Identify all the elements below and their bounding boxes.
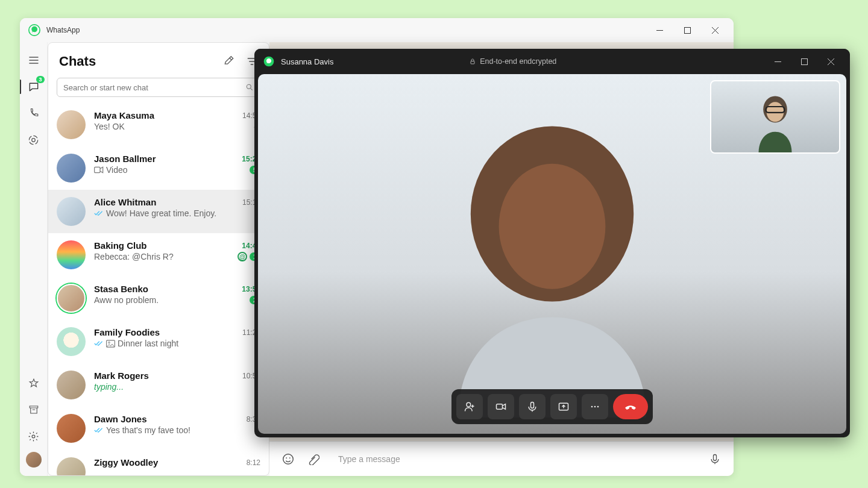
call-close-button[interactable] [817, 52, 844, 70]
chat-item[interactable]: Baking Club14:49Rebecca: @Chris R?@1 [48, 233, 269, 277]
minimize-button[interactable] [646, 18, 673, 42]
call-maximize-button[interactable] [791, 52, 817, 70]
chat-item[interactable]: Family Foodies11:23Dinner last night [48, 320, 269, 363]
toggle-camera-button[interactable] [488, 394, 514, 419]
svg-point-26 [594, 406, 596, 408]
chat-name: Jason Ballmer [94, 154, 242, 164]
remote-person [395, 104, 709, 418]
nav-archive[interactable] [23, 399, 45, 421]
svg-point-17 [499, 164, 606, 289]
nav-status[interactable] [23, 129, 45, 151]
search-input[interactable] [63, 83, 245, 92]
chat-preview: Rebecca: @Chris R? [94, 252, 235, 261]
app-name: WhatsApp [46, 26, 80, 34]
more-options-button[interactable] [582, 394, 608, 419]
close-button[interactable] [701, 18, 729, 42]
chat-name: Stasa Benko [94, 284, 242, 294]
new-chat-button[interactable] [223, 55, 235, 67]
svg-point-21 [467, 402, 471, 407]
svg-point-5 [247, 84, 251, 89]
svg-point-11 [289, 457, 291, 458]
chat-avatar [57, 371, 86, 399]
local-video-pip[interactable] [710, 80, 840, 154]
nav-calls[interactable] [23, 102, 45, 124]
nav-chats[interactable]: 3 [23, 76, 45, 98]
mention-badge: @ [237, 252, 247, 261]
svg-point-8 [108, 342, 110, 343]
svg-point-25 [591, 406, 593, 408]
read-ticks-icon [94, 210, 104, 217]
svg-rect-6 [95, 167, 100, 172]
svg-rect-23 [531, 402, 534, 408]
chat-list[interactable]: Maya Kasuma14:57Yes! OKJason Ballmer15:2… [48, 103, 269, 475]
read-ticks-icon [94, 340, 104, 347]
chat-list-header: Chats [48, 43, 269, 75]
chat-item[interactable]: Mark Rogers10:58typing... [48, 363, 269, 407]
chat-name: Ziggy Woodley [94, 457, 247, 468]
nav-starred[interactable] [23, 372, 45, 394]
call-minimize-button[interactable] [764, 52, 791, 70]
compose-bar: Type a message [269, 441, 734, 476]
chat-preview: Yes that's my fave too! [106, 425, 260, 435]
video-icon [94, 166, 104, 174]
chat-preview: Yes! OK [94, 122, 251, 131]
chat-name: Mark Rogers [94, 371, 242, 381]
svg-rect-14 [471, 61, 474, 64]
toggle-mic-button[interactable] [519, 394, 546, 419]
svg-rect-12 [714, 454, 717, 460]
chat-preview: Wow! Have great time. Enjoy. [106, 208, 260, 218]
local-person [742, 87, 808, 153]
chat-name: Baking Club [94, 240, 242, 251]
attach-button[interactable] [307, 452, 320, 466]
photo-icon [106, 340, 115, 348]
chat-item[interactable]: Alice Whitman15:12Wow! Have great time. … [48, 190, 269, 233]
chat-item[interactable]: Ziggy Woodley8:12 [48, 450, 269, 475]
chat-avatar [57, 110, 86, 139]
chat-avatar [57, 240, 86, 269]
add-participant-button[interactable] [456, 394, 483, 419]
chat-preview: Dinner last night [118, 339, 260, 348]
chat-list-title: Chats [59, 54, 96, 69]
chat-avatar [57, 414, 86, 443]
chats-badge: 3 [36, 76, 44, 83]
nav-settings[interactable] [23, 425, 45, 447]
compose-input[interactable]: Type a message [332, 454, 696, 464]
menu-button[interactable] [23, 49, 45, 71]
end-call-button[interactable] [613, 394, 648, 419]
call-window: Susanna Davis End-to-end endcrypted [254, 49, 850, 437]
share-screen-button[interactable] [550, 394, 577, 419]
chat-name: Alice Whitman [94, 197, 242, 207]
chat-preview: Aww no problem. [94, 295, 247, 305]
profile-avatar[interactable] [26, 452, 42, 468]
chat-name: Dawn Jones [94, 414, 247, 424]
nav-rail: 3 [20, 42, 48, 476]
titlebar: WhatsApp [20, 18, 734, 42]
svg-rect-1 [684, 27, 690, 33]
search-icon [245, 83, 254, 92]
search-box[interactable] [57, 78, 260, 97]
svg-point-10 [286, 457, 287, 458]
call-titlebar: Susanna Davis End-to-end endcrypted [254, 49, 850, 74]
window-controls [646, 18, 729, 42]
chat-list-panel: Chats Maya Kasuma14:57Yes! OKJason Ballm… [48, 42, 269, 476]
encryption-label: End-to-end endcrypted [261, 57, 764, 66]
svg-point-27 [597, 406, 599, 408]
chat-avatar [57, 457, 86, 475]
chat-avatar [57, 284, 86, 313]
emoji-button[interactable] [281, 452, 295, 466]
svg-rect-22 [497, 404, 503, 409]
svg-point-2 [32, 138, 36, 142]
chat-name: Family Foodies [94, 327, 242, 337]
chat-item[interactable]: Stasa Benko13:55Aww no problem.2 [48, 277, 269, 320]
mic-button[interactable] [708, 452, 722, 466]
chat-preview: Video [106, 165, 247, 175]
chat-item[interactable]: Jason Ballmer15:21Video5 [48, 146, 269, 190]
svg-point-9 [283, 454, 294, 464]
maximize-button[interactable] [673, 18, 701, 42]
chat-item[interactable]: Maya Kasuma14:57Yes! OK [48, 103, 269, 146]
chat-avatar [57, 197, 86, 226]
call-toolbar [451, 389, 653, 424]
chat-time: 8:12 [247, 458, 260, 467]
svg-rect-15 [801, 58, 807, 64]
chat-item[interactable]: Dawn Jones8:32Yes that's my fave too! [48, 407, 269, 450]
